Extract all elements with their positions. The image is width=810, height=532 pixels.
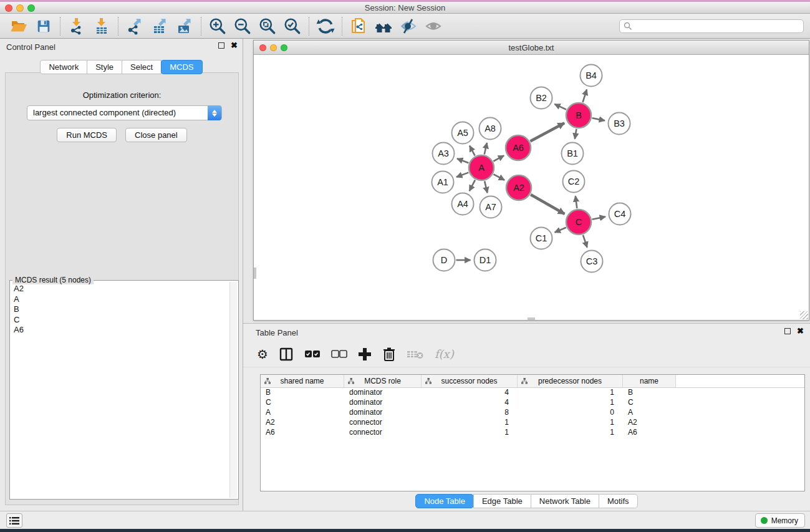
node-C1[interactable]: C1 xyxy=(531,228,552,249)
cell-predecessor-nodes[interactable]: 1 xyxy=(518,428,623,438)
edge-B-B4[interactable] xyxy=(583,89,587,102)
edge-C-C1[interactable] xyxy=(555,228,566,233)
node-C4[interactable]: C4 xyxy=(609,203,631,225)
node-D1[interactable]: D1 xyxy=(475,249,496,271)
cell-successor-nodes[interactable]: 8 xyxy=(422,408,518,418)
table-row[interactable]: A2connector11A2 xyxy=(261,418,804,428)
table-row[interactable]: Bdominator41B xyxy=(261,388,804,398)
cell-shared-name[interactable]: B xyxy=(261,388,344,398)
node-C[interactable]: C xyxy=(566,210,591,235)
node-B4[interactable]: B4 xyxy=(581,65,602,87)
edge-A6-B[interactable] xyxy=(530,123,564,141)
refresh-layout-icon[interactable] xyxy=(313,16,338,37)
cell-name[interactable]: A xyxy=(623,408,676,418)
cell-MCDS-role[interactable]: dominator xyxy=(344,408,422,418)
edge-A-A6[interactable] xyxy=(493,155,504,161)
result-item[interactable]: B xyxy=(14,304,229,315)
column-layout-icon[interactable] xyxy=(279,347,294,362)
tab-style[interactable]: Style xyxy=(87,60,122,74)
export-network-icon[interactable] xyxy=(122,16,147,37)
show-all-icon[interactable] xyxy=(421,16,446,37)
tab-network[interactable]: Network xyxy=(40,60,87,74)
tab-edge-table[interactable]: Edge Table xyxy=(473,494,531,508)
window-resize-grip[interactable] xyxy=(800,311,808,319)
panel-menu-button[interactable] xyxy=(6,513,22,528)
edge-B-B3[interactable] xyxy=(592,118,605,120)
node-B3[interactable]: B3 xyxy=(609,113,630,135)
table-row[interactable]: Adominator80A xyxy=(261,408,804,418)
cell-name[interactable]: C xyxy=(623,398,676,408)
node-A4[interactable]: A4 xyxy=(452,193,474,215)
node-A3[interactable]: A3 xyxy=(433,143,455,165)
edge-C-C2[interactable] xyxy=(576,196,577,208)
edge-A-A2[interactable] xyxy=(493,174,504,180)
new-network-from-selection-icon[interactable] xyxy=(346,16,371,37)
column-header-MCDS-role[interactable]: MCDS role xyxy=(344,375,422,387)
cell-shared-name[interactable]: A6 xyxy=(261,428,344,438)
tab-motifs[interactable]: Motifs xyxy=(599,494,638,508)
function-builder-icon[interactable]: f(x) xyxy=(435,347,454,360)
cell-successor-nodes[interactable]: 1 xyxy=(422,428,518,438)
close-panel-icon[interactable]: ✖ xyxy=(797,328,804,334)
cell-MCDS-role[interactable]: dominator xyxy=(344,398,422,408)
table-row[interactable]: Cdominator41C xyxy=(261,398,804,408)
edge-A-A7[interactable] xyxy=(485,181,487,193)
table-row[interactable]: A6connector11A6 xyxy=(261,428,804,438)
node-C3[interactable]: C3 xyxy=(581,251,603,273)
zoom-in-icon[interactable] xyxy=(205,16,230,37)
edge-C-C3[interactable] xyxy=(583,235,587,248)
canvas-left-scroll-nub[interactable] xyxy=(254,268,256,279)
column-header-name[interactable]: name xyxy=(623,375,676,387)
hide-selection-icon[interactable] xyxy=(396,16,421,37)
node-B[interactable]: B xyxy=(566,103,591,128)
node-A6[interactable]: A6 xyxy=(506,135,531,160)
float-panel-icon[interactable] xyxy=(218,42,224,49)
node-A[interactable]: A xyxy=(469,155,494,180)
import-table-icon[interactable] xyxy=(89,16,114,37)
delete-column-icon[interactable] xyxy=(382,347,396,362)
node-D[interactable]: D xyxy=(433,249,455,271)
import-network-icon[interactable] xyxy=(64,16,89,37)
network-graph[interactable]: B4B2BB3A8A5A6A3B1AA1C2A2A4A7CC1C4C3DD1 xyxy=(254,55,809,320)
node-A5[interactable]: A5 xyxy=(452,122,474,144)
memory-button[interactable]: Memory xyxy=(755,513,805,528)
open-session-icon[interactable] xyxy=(6,16,31,37)
cell-predecessor-nodes[interactable]: 1 xyxy=(518,418,623,428)
tab-mcds[interactable]: MCDS xyxy=(161,60,202,74)
tab-network-table[interactable]: Network Table xyxy=(531,494,599,508)
zoom-selected-icon[interactable] xyxy=(280,16,305,37)
cell-predecessor-nodes[interactable]: 0 xyxy=(518,408,623,418)
export-image-icon[interactable] xyxy=(172,16,197,37)
select-all-icon[interactable] xyxy=(304,349,321,359)
add-column-icon[interactable] xyxy=(358,347,372,361)
float-panel-icon[interactable] xyxy=(784,328,791,334)
result-scrollbar[interactable] xyxy=(229,282,237,498)
tab-node-table[interactable]: Node Table xyxy=(415,494,474,508)
network-canvas[interactable]: B4B2BB3A8A5A6A3B1AA1C2A2A4A7CC1C4C3DD1 xyxy=(254,55,809,320)
deselect-all-icon[interactable] xyxy=(331,349,347,359)
edge-A-A4[interactable] xyxy=(470,180,475,191)
cell-shared-name[interactable]: C xyxy=(261,398,344,408)
node-A7[interactable]: A7 xyxy=(480,196,502,218)
cell-predecessor-nodes[interactable]: 1 xyxy=(518,388,623,398)
node-B2[interactable]: B2 xyxy=(531,87,552,109)
cell-shared-name[interactable]: A xyxy=(261,408,344,418)
cell-MCDS-role[interactable]: dominator xyxy=(344,388,422,398)
result-item[interactable]: A6 xyxy=(14,325,229,336)
edge-A-A1[interactable] xyxy=(456,173,468,177)
result-item[interactable]: C xyxy=(14,315,229,326)
cell-successor-nodes[interactable]: 4 xyxy=(422,398,518,408)
column-header-predecessor-nodes[interactable]: predecessor nodes xyxy=(518,375,623,387)
edge-C-C4[interactable] xyxy=(592,217,605,220)
first-neighbors-icon[interactable] xyxy=(371,16,396,37)
node-C2[interactable]: C2 xyxy=(563,171,585,193)
edge-A2-C[interactable] xyxy=(531,195,564,214)
cell-predecessor-nodes[interactable]: 1 xyxy=(518,398,623,408)
zoom-fit-icon[interactable] xyxy=(255,16,280,37)
close-panel-button[interactable]: Close panel xyxy=(125,128,187,142)
cell-MCDS-role[interactable]: connector xyxy=(344,428,422,438)
node-A1[interactable]: A1 xyxy=(432,172,454,193)
node-B1[interactable]: B1 xyxy=(562,143,584,165)
column-header-shared-name[interactable]: shared name xyxy=(261,375,344,387)
criterion-select[interactable]: largest connected component (directed) xyxy=(27,105,222,120)
